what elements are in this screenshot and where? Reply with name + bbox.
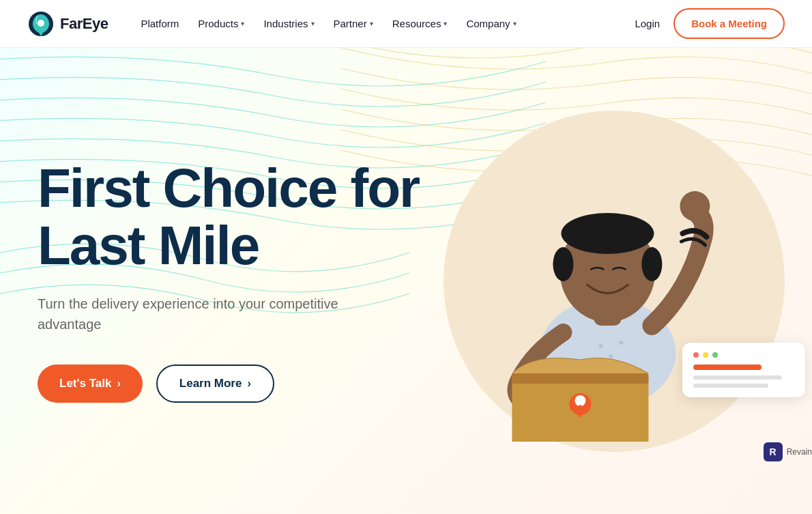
revain-badge: R Revain xyxy=(764,442,812,461)
svg-point-10 xyxy=(609,354,613,358)
nav-platform[interactable]: Platform xyxy=(132,12,187,35)
lets-talk-arrow-icon: › xyxy=(117,377,120,390)
svg-rect-15 xyxy=(512,373,648,384)
svg-point-5 xyxy=(561,213,654,254)
partner-chevron-icon: ▾ xyxy=(370,20,373,27)
card-bar-2 xyxy=(693,384,768,388)
nav-partner[interactable]: Partner ▾ xyxy=(325,12,381,35)
navbar-right: Login Book a Meeting xyxy=(635,8,785,39)
svg-point-6 xyxy=(553,247,573,281)
hero-section: First Choice for Last Mile Turn the deli… xyxy=(0,48,812,514)
learn-more-arrow-icon: › xyxy=(247,377,250,390)
hero-title: First Choice for Last Mile xyxy=(38,160,420,274)
navbar: FarEye Platform Products ▾ Industries ▾ … xyxy=(0,0,812,48)
card-dot-green xyxy=(712,352,718,358)
card-dots xyxy=(693,352,794,358)
revain-icon: R xyxy=(764,442,783,461)
svg-point-9 xyxy=(598,344,603,348)
nav-products[interactable]: Products ▾ xyxy=(190,12,252,35)
nav-company[interactable]: Company ▾ xyxy=(458,12,524,35)
delivery-info-card xyxy=(682,343,805,397)
card-dot-yellow xyxy=(703,352,708,358)
svg-point-8 xyxy=(680,191,710,221)
logo-text: FarEye xyxy=(60,15,108,33)
nav-industries[interactable]: Industries ▾ xyxy=(255,12,322,35)
products-chevron-icon: ▾ xyxy=(241,20,244,27)
svg-point-1 xyxy=(38,20,44,27)
industries-chevron-icon: ▾ xyxy=(311,20,315,27)
logo[interactable]: FarEye xyxy=(27,10,108,38)
hero-subtitle: Turn the delivery experience into your c… xyxy=(38,294,392,334)
svg-point-7 xyxy=(641,247,662,281)
navbar-left: FarEye Platform Products ▾ Industries ▾ … xyxy=(27,10,525,38)
lets-talk-button[interactable]: Let's Talk › xyxy=(38,365,143,403)
card-progress-red xyxy=(693,365,762,370)
learn-more-button[interactable]: Learn More › xyxy=(156,365,274,403)
resources-chevron-icon: ▾ xyxy=(444,20,447,27)
company-chevron-icon: ▾ xyxy=(513,20,517,27)
svg-point-11 xyxy=(619,341,623,345)
revain-text: Revain xyxy=(787,447,812,457)
svg-point-17 xyxy=(575,395,585,406)
hero-buttons: Let's Talk › Learn More › xyxy=(38,365,420,403)
card-dot-red xyxy=(693,352,699,358)
hero-image-area: R Revain xyxy=(403,90,812,472)
nav-resources[interactable]: Resources ▾ xyxy=(384,12,456,35)
fareye-logo-icon xyxy=(27,10,55,38)
card-bar-1 xyxy=(693,375,782,380)
hero-content: First Choice for Last Mile Turn the deli… xyxy=(0,48,447,514)
book-meeting-button[interactable]: Book a Meeting xyxy=(673,8,785,39)
login-button[interactable]: Login xyxy=(635,18,660,29)
nav-links: Platform Products ▾ Industries ▾ Partner… xyxy=(132,12,524,35)
